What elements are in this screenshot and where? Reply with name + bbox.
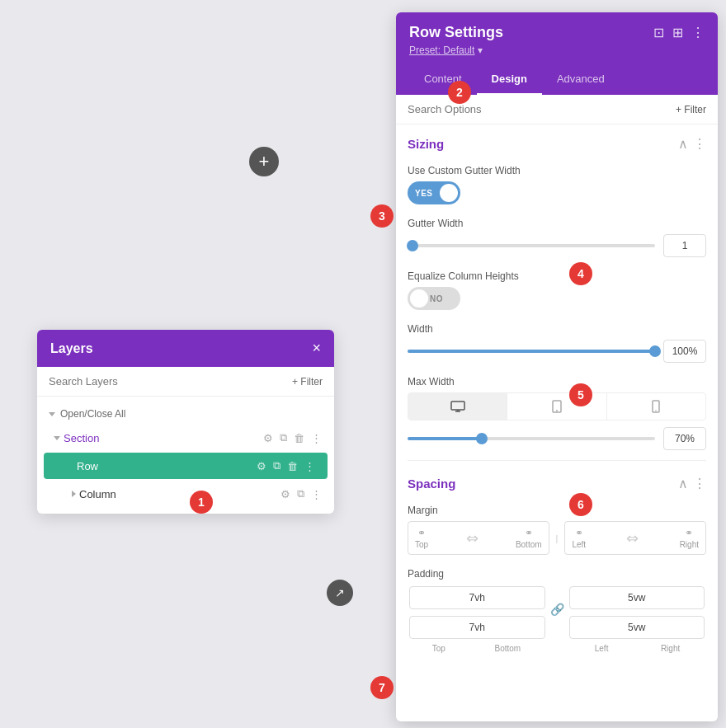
svg-rect-0 bbox=[451, 402, 464, 410]
margin-row: Margin ⚭ Top ⇔ ⚭ Bottom | bbox=[396, 498, 718, 561]
width-slider-thumb[interactable] bbox=[649, 345, 661, 357]
settings-title: Row Settings bbox=[409, 24, 503, 41]
svg-point-4 bbox=[556, 410, 558, 411]
layers-search-input[interactable] bbox=[49, 375, 292, 387]
settings-more-icon[interactable]: ⋮ bbox=[691, 25, 705, 40]
section-settings-icon[interactable]: ⚙ bbox=[262, 431, 274, 445]
equalize-no-label: NO bbox=[430, 294, 443, 303]
padding-bottom-value: 7vh bbox=[417, 622, 538, 633]
custom-gutter-label: Use Custom Gutter Width bbox=[408, 165, 706, 176]
width-slider-track[interactable] bbox=[408, 350, 655, 353]
padding-top-value: 7vh bbox=[417, 592, 538, 604]
column-more-icon[interactable]: ⋮ bbox=[310, 487, 323, 501]
equalize-row: Equalize Column Heights NO bbox=[396, 264, 718, 317]
spacing-title: Spacing bbox=[408, 477, 455, 491]
margin-link-divider2: ⇔ bbox=[626, 529, 639, 547]
gutter-slider-thumb[interactable] bbox=[407, 240, 418, 251]
layer-item-section[interactable]: Section ⚙ ⧉ 🗑 ⋮ bbox=[37, 425, 334, 451]
row-delete-icon[interactable]: 🗑 bbox=[286, 459, 299, 473]
spacing-header-icons: ∧ ⋮ bbox=[678, 476, 706, 491]
margin-divider: | bbox=[553, 533, 562, 543]
options-search-input[interactable] bbox=[408, 103, 546, 115]
section-delete-icon[interactable]: 🗑 bbox=[293, 431, 305, 445]
settings-title-row: Row Settings ⊡ ⊞ ⋮ bbox=[409, 24, 705, 41]
layer-item-row[interactable]: Row ⚙ ⧉ 🗑 ⋮ bbox=[44, 453, 328, 479]
tab-design[interactable]: Design bbox=[477, 64, 542, 95]
section-icons: ⚙ ⧉ 🗑 ⋮ bbox=[262, 430, 323, 445]
sizing-title: Sizing bbox=[408, 137, 444, 151]
margin-label: Margin bbox=[408, 505, 706, 516]
open-close-arrow-icon bbox=[49, 412, 55, 416]
margin-bottom-link-icon: ⚭ bbox=[516, 527, 542, 538]
gutter-slider-value: 1 bbox=[663, 234, 706, 257]
settings-columns-icon[interactable]: ⊞ bbox=[672, 25, 683, 40]
toggle-yes-label: YES bbox=[415, 189, 433, 198]
margin-right-link-icon: ⚭ bbox=[680, 527, 699, 538]
spacing-collapse-icon[interactable]: ∧ bbox=[678, 476, 688, 491]
settings-preset: Preset: Default ▾ bbox=[409, 45, 705, 56]
divider bbox=[408, 460, 706, 461]
settings-fullscreen-icon[interactable]: ⊡ bbox=[653, 25, 664, 40]
padding-left-cell[interactable]: 5vw bbox=[569, 586, 705, 609]
max-width-slider-fill bbox=[408, 437, 482, 440]
padding-right-value: 5vw bbox=[577, 622, 698, 633]
layers-close-button[interactable]: × bbox=[312, 340, 321, 357]
section-duplicate-icon[interactable]: ⧉ bbox=[279, 430, 288, 445]
gutter-slider-track[interactable] bbox=[408, 244, 655, 247]
gutter-slider-row: 1 bbox=[408, 234, 706, 257]
max-width-slider-value: 70% bbox=[663, 427, 706, 450]
layers-title: Layers bbox=[50, 341, 93, 356]
badge-2: 2 bbox=[448, 81, 471, 104]
badge-6: 6 bbox=[569, 493, 592, 516]
row-more-icon[interactable]: ⋮ bbox=[304, 459, 316, 473]
custom-gutter-toggle[interactable]: YES bbox=[408, 181, 460, 204]
width-row: Width 100% bbox=[396, 317, 718, 369]
row-settings-icon[interactable]: ⚙ bbox=[256, 459, 267, 473]
settings-header: Row Settings ⊡ ⊞ ⋮ Preset: Default ▾ Con… bbox=[396, 12, 718, 95]
width-slider-value: 100% bbox=[663, 340, 706, 363]
toggle-knob bbox=[440, 184, 458, 202]
badge-5: 5 bbox=[569, 383, 592, 406]
options-filter-button[interactable]: + Filter bbox=[676, 104, 706, 115]
layers-content: Open/Close All Section ⚙ ⧉ 🗑 ⋮ Row ⚙ ⧉ 🗑… bbox=[37, 397, 334, 514]
equalize-toggle-wrap: NO bbox=[408, 287, 706, 310]
tab-advanced[interactable]: Advanced bbox=[542, 64, 620, 95]
row-duplicate-icon[interactable]: ⧉ bbox=[272, 458, 281, 473]
width-slider-row: 100% bbox=[408, 340, 706, 363]
width-slider-fill bbox=[408, 350, 655, 353]
padding-label: Padding bbox=[408, 568, 706, 580]
responsive-icons bbox=[408, 392, 706, 420]
padding-link-col: 🔗 bbox=[550, 603, 564, 622]
max-width-slider-track[interactable] bbox=[408, 437, 655, 440]
layers-header: Layers × bbox=[37, 330, 334, 367]
layer-item-column[interactable]: Column ⚙ ⧉ ⋮ bbox=[37, 481, 334, 507]
add-section-button[interactable]: + bbox=[249, 147, 279, 176]
row-label: Row bbox=[77, 460, 252, 472]
sizing-more-icon[interactable]: ⋮ bbox=[693, 136, 706, 152]
spacing-more-icon[interactable]: ⋮ bbox=[693, 476, 706, 491]
column-arrow-icon bbox=[72, 491, 76, 497]
equalize-toggle[interactable]: NO bbox=[408, 287, 460, 310]
column-duplicate-icon[interactable]: ⧉ bbox=[296, 486, 305, 501]
max-width-slider-thumb[interactable] bbox=[476, 433, 488, 444]
mobile-icon-btn[interactable] bbox=[607, 393, 705, 420]
padding-link-spacer bbox=[550, 619, 564, 622]
open-close-all[interactable]: Open/Close All bbox=[37, 403, 334, 425]
margin-top-label: Top bbox=[415, 540, 428, 549]
padding-bottom-cell[interactable]: 7vh bbox=[409, 616, 545, 639]
margin-top-bottom-inner: ⚭ Top ⇔ ⚭ Bottom bbox=[415, 527, 542, 549]
sizing-collapse-icon[interactable]: ∧ bbox=[678, 136, 688, 152]
padding-right-cell[interactable]: 5vw bbox=[569, 616, 705, 639]
layers-filter-button[interactable]: + Filter bbox=[292, 376, 323, 387]
svg-point-6 bbox=[656, 410, 658, 411]
margin-top-link-icon: ⚭ bbox=[415, 527, 428, 538]
padding-top-cell[interactable]: 7vh bbox=[409, 586, 545, 609]
max-width-slider-row: 70% bbox=[408, 427, 706, 450]
section-more-icon[interactable]: ⋮ bbox=[310, 431, 323, 445]
expand-icon[interactable]: ↗ bbox=[327, 580, 353, 606]
desktop-icon-btn[interactable] bbox=[408, 393, 507, 420]
margin-right-label: Right bbox=[680, 540, 699, 549]
column-settings-icon[interactable]: ⚙ bbox=[280, 487, 291, 501]
padding-label-spacer bbox=[549, 644, 565, 653]
gutter-width-row: Gutter Width 1 bbox=[396, 211, 718, 264]
